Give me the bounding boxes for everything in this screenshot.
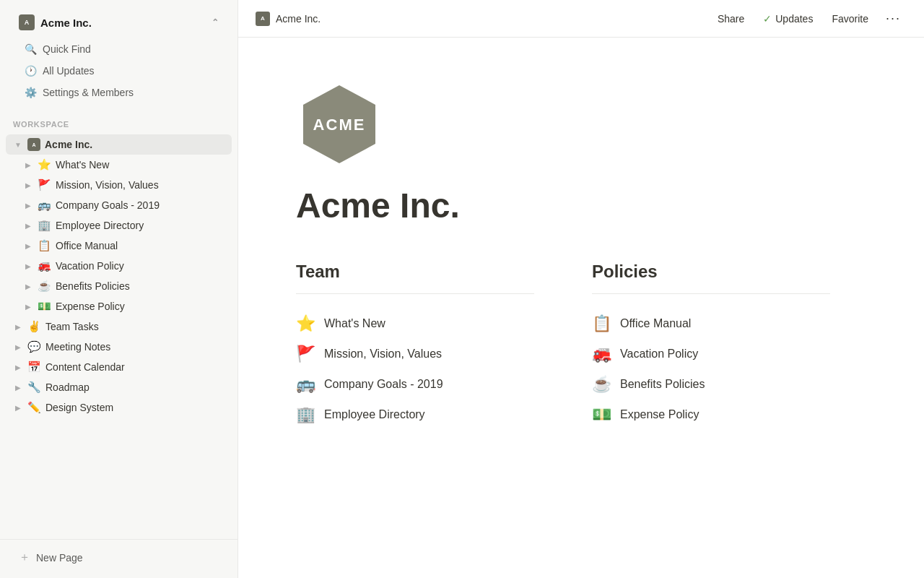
sidebar: A Acme Inc. ⌃ 🔍 Quick Find 🕐 All Updates… <box>0 0 238 578</box>
money-emoji: 💵 <box>592 405 611 424</box>
sidebar-item-meeting-notes[interactable]: ▶ 💬 Meeting Notes <box>6 337 232 357</box>
peace-icon: ✌️ <box>27 320 41 333</box>
share-button[interactable]: Share <box>710 9 751 28</box>
policy-link-office-manual-label: Office Manual <box>620 317 691 330</box>
flag-emoji: 🚩 <box>296 345 315 363</box>
sidebar-item-content-cal[interactable]: ▶ 📅 Content Calendar <box>6 357 232 377</box>
checkmark-icon: ✓ <box>763 13 772 25</box>
arrow-whats-new: ▶ <box>23 161 33 169</box>
sidebar-item-vacation-policy[interactable]: ▶ 🚒 Vacation Policy <box>6 256 232 276</box>
sidebar-item-whats-new-label: What's New <box>56 159 109 171</box>
firetruck-icon: 🚒 <box>38 259 51 272</box>
workspace-title[interactable]: A Acme Inc. ⌃ <box>12 9 226 36</box>
team-link-whats-new-label: What's New <box>324 317 385 330</box>
sidebar-item-employee-dir-label: Employee Directory <box>56 220 144 231</box>
policy-link-vacation[interactable]: 🚒 Vacation Policy <box>592 339 830 369</box>
policies-heading: Policies <box>592 262 830 282</box>
nav-all-updates[interactable]: 🕐 All Updates <box>17 61 220 81</box>
building-emoji: 🏢 <box>296 405 315 424</box>
sidebar-item-office-manual-label: Office Manual <box>56 240 118 251</box>
arrow-meeting-notes: ▶ <box>13 343 23 351</box>
sidebar-item-office-manual[interactable]: ▶ 📋 Office Manual <box>6 236 232 256</box>
team-link-employee-dir-label: Employee Directory <box>324 408 425 421</box>
team-link-company-goals-label: Company Goals - 2019 <box>324 378 443 391</box>
policies-column: Policies 📋 Office Manual 🚒 Vacation Poli… <box>592 262 830 430</box>
policies-divider <box>592 293 830 294</box>
favorite-button[interactable]: Favorite <box>824 9 876 28</box>
settings-icon: ⚙️ <box>25 87 37 98</box>
arrow-acme-root: ▼ <box>13 141 23 149</box>
arrow-roadmap: ▶ <box>13 384 23 392</box>
arrow-office-manual: ▶ <box>23 242 33 250</box>
workspace-logo: A <box>19 14 35 30</box>
arrow-content-cal: ▶ <box>13 363 23 371</box>
acme-logo: ACME <box>296 81 383 168</box>
sidebar-top: A Acme Inc. ⌃ 🔍 Quick Find 🕐 All Updates… <box>0 0 237 111</box>
policy-link-office-manual[interactable]: 📋 Office Manual <box>592 309 830 339</box>
policy-link-benefits[interactable]: ☕ Benefits Policies <box>592 369 830 400</box>
team-divider <box>296 293 534 294</box>
policy-link-benefits-label: Benefits Policies <box>620 378 705 391</box>
sidebar-item-content-cal-label: Content Calendar <box>45 361 125 373</box>
nav-settings[interactable]: ⚙️ Settings & Members <box>17 82 220 103</box>
more-options-button[interactable]: ··· <box>880 7 907 30</box>
building-icon: 🏢 <box>38 219 51 232</box>
nav-quick-find[interactable]: 🔍 Quick Find <box>17 39 220 59</box>
topbar: A Acme Inc. Share ✓ Updates Favorite ··· <box>238 0 924 38</box>
coffee-emoji: ☕ <box>592 375 611 394</box>
money-icon: 💵 <box>38 300 51 313</box>
sidebar-item-whats-new[interactable]: ▶ ⭐ What's New <box>6 155 232 175</box>
topbar-logo: A <box>256 12 270 26</box>
policy-link-expense-label: Expense Policy <box>620 408 699 421</box>
team-link-employee-dir[interactable]: 🏢 Employee Directory <box>296 400 534 430</box>
flag-icon: 🚩 <box>38 178 51 191</box>
sidebar-item-benefits[interactable]: ▶ ☕ Benefits Policies <box>6 276 232 296</box>
wrench-icon: 🔧 <box>27 381 41 394</box>
new-page-label: New Page <box>36 552 83 564</box>
team-heading: Team <box>296 262 534 282</box>
svg-text:ACME: ACME <box>313 116 366 134</box>
team-link-mission-label: Mission, Vision, Values <box>324 348 442 361</box>
policy-link-expense[interactable]: 💵 Expense Policy <box>592 400 830 430</box>
sidebar-item-company-goals[interactable]: ▶ 🚌 Company Goals - 2019 <box>6 195 232 215</box>
sidebar-item-company-goals-label: Company Goals - 2019 <box>56 199 160 211</box>
workspace-section-label: WORKSPACE <box>0 111 237 131</box>
sidebar-item-vacation-policy-label: Vacation Policy <box>56 260 124 272</box>
arrow-company-goals: ▶ <box>23 202 33 210</box>
main-content: A Acme Inc. Share ✓ Updates Favorite ···… <box>238 0 924 578</box>
page-columns: Team ⭐ What's New 🚩 Mission, Vision, Val… <box>296 262 830 430</box>
arrow-mission: ▶ <box>23 181 33 189</box>
search-icon: 🔍 <box>25 43 37 55</box>
sidebar-item-meeting-notes-label: Meeting Notes <box>45 341 110 353</box>
sidebar-item-employee-dir[interactable]: ▶ 🏢 Employee Directory <box>6 215 232 236</box>
acme-logo-small: A <box>27 138 40 151</box>
sidebar-nav: 🔍 Quick Find 🕐 All Updates ⚙️ Settings &… <box>12 36 226 105</box>
page-title: Acme Inc. <box>296 185 830 227</box>
bus-icon: 🚌 <box>38 199 51 212</box>
team-link-company-goals[interactable]: 🚌 Company Goals - 2019 <box>296 369 534 400</box>
clipboard-icon: 📋 <box>38 239 51 252</box>
team-column: Team ⭐ What's New 🚩 Mission, Vision, Val… <box>296 262 534 430</box>
sidebar-item-roadmap[interactable]: ▶ 🔧 Roadmap <box>6 377 232 397</box>
sidebar-item-expense[interactable]: ▶ 💵 Expense Policy <box>6 296 232 316</box>
sidebar-item-team-tasks[interactable]: ▶ ✌️ Team Tasks <box>6 316 232 337</box>
updates-button[interactable]: ✓ Updates <box>756 9 820 28</box>
clipboard-emoji: 📋 <box>592 314 611 333</box>
arrow-team-tasks: ▶ <box>13 323 23 331</box>
team-link-mission[interactable]: 🚩 Mission, Vision, Values <box>296 339 534 369</box>
new-page-button[interactable]: ＋ New Page <box>12 545 226 569</box>
sidebar-item-mission[interactable]: ▶ 🚩 Mission, Vision, Values <box>6 175 232 195</box>
workspace-name: Acme Inc. <box>40 17 92 29</box>
sidebar-item-design-sys[interactable]: ▶ ✏️ Design System <box>6 397 232 418</box>
team-link-whats-new[interactable]: ⭐ What's New <box>296 309 534 339</box>
sidebar-item-design-sys-label: Design System <box>45 402 113 413</box>
sidebar-item-benefits-label: Benefits Policies <box>56 280 130 292</box>
arrow-employee-dir: ▶ <box>23 222 33 230</box>
topbar-title: Acme Inc. <box>276 13 321 25</box>
sidebar-footer: ＋ New Page <box>0 539 237 578</box>
sidebar-tree: ▼ A Acme Inc. ▶ ⭐ What's New ▶ 🚩 Mission… <box>0 131 237 539</box>
sidebar-item-acme-root[interactable]: ▼ A Acme Inc. <box>6 134 232 155</box>
pencil-icon: ✏️ <box>27 401 41 414</box>
bus-emoji: 🚌 <box>296 375 315 394</box>
coffee-icon: ☕ <box>38 280 51 293</box>
